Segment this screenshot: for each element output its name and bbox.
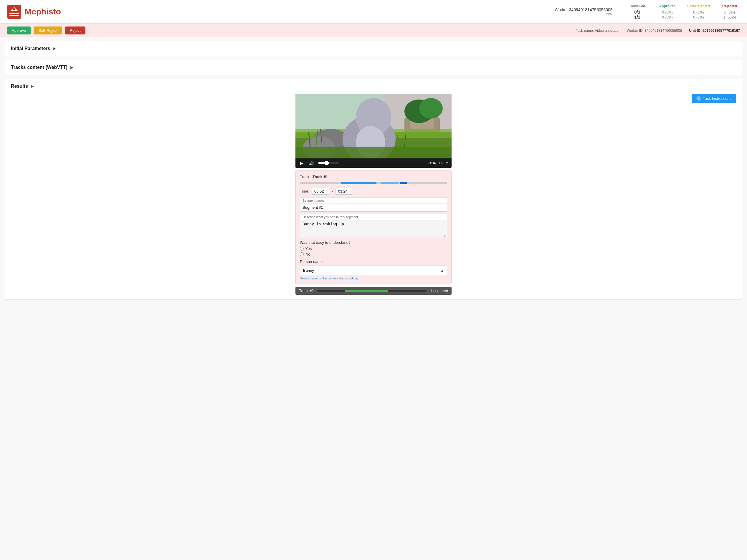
- tracks-content-arrow: ▶: [70, 65, 73, 70]
- reject-button[interactable]: Reject: [65, 27, 85, 34]
- results-content: i Task Instructions: [5, 94, 742, 299]
- video-frame: [295, 94, 452, 158]
- stats-columns: Reviewed 0/1 1/2 Approved 0 (0%) 0 (0%) …: [620, 4, 740, 20]
- logo-area: Mephisto: [7, 5, 61, 19]
- track2-timeline: [317, 290, 427, 292]
- stat-approved: Approved 0 (0%) 0 (0%): [657, 4, 678, 20]
- reviewed-total: 1/2: [627, 15, 648, 20]
- initial-parameters-section: Initial Parameters ▶: [5, 41, 742, 56]
- worker-total: Total: [555, 12, 613, 16]
- info-icon: i: [696, 96, 701, 101]
- speed-button[interactable]: 1×: [439, 161, 443, 165]
- initial-parameters-title: Initial Parameters: [11, 46, 50, 51]
- track1-header: Track: Track #1: [300, 175, 447, 179]
- easy-to-understand-group: Was that easy to understand? Yes No: [300, 240, 447, 257]
- rejected-label: Rejected: [719, 4, 740, 8]
- segment-name-input[interactable]: [300, 203, 447, 212]
- person-name-label: Person name: [300, 259, 447, 264]
- rejected-value: 0 (0%): [719, 9, 740, 15]
- stat-soft-rejected: Soft-Rejected 0 (0%) 0 (0%): [687, 4, 710, 20]
- svg-point-9: [419, 98, 443, 119]
- time-range: Time: -: [300, 188, 447, 195]
- soft-rejected-total: 0 (0%): [687, 15, 710, 20]
- soft-rejected-value: 0 (0%): [687, 9, 710, 15]
- person-name-group: Person name Bunny ▲ Select name of the p…: [300, 259, 447, 280]
- no-option: No: [300, 252, 447, 257]
- video-controls: ▶ 🔊 -9:04 1× ≡: [295, 158, 452, 168]
- mephisto-logo-icon: [7, 5, 21, 19]
- worker-stats: Worker 3409491814756055005 Total Reviewe…: [555, 4, 740, 20]
- reviewed-label: Reviewed: [627, 4, 648, 8]
- video-scene-svg: [295, 94, 452, 158]
- svg-rect-1: [9, 13, 19, 14]
- tracks-content-header[interactable]: Tracks content (WebVTT) ▶: [5, 60, 742, 75]
- svg-rect-2: [9, 15, 19, 16]
- menu-button[interactable]: ≡: [446, 161, 448, 165]
- soft-rejected-label: Soft-Rejected: [687, 4, 710, 8]
- worker-id-display: Worker 3409491814756055005: [555, 7, 613, 12]
- yes-option: Yes: [300, 246, 447, 251]
- timeline-segment2: [381, 182, 398, 184]
- select-hint: Select name of the person who is talking: [300, 276, 447, 280]
- task-instructions-button[interactable]: i Task Instructions: [692, 94, 736, 103]
- yes-label: Yes: [306, 246, 312, 251]
- results-section: Results ▶ i Task Instructions: [5, 79, 742, 300]
- tracks-content-section: Tracks content (WebVTT) ▶: [5, 60, 742, 75]
- track1-section: Track: Track #1 Time: -: [295, 170, 452, 285]
- logo-text: Mephisto: [25, 7, 61, 17]
- time-label: Time:: [300, 189, 309, 193]
- track2-bar: Track #2 1 segment: [295, 287, 452, 295]
- results-arrow: ▶: [31, 84, 33, 88]
- time-from-input[interactable]: [312, 188, 329, 195]
- segment-name-label: Segment name: [300, 197, 447, 203]
- worker-info: Worker 3409491814756055005 Total: [555, 7, 620, 16]
- track2-segment-count: 1 segment: [430, 289, 448, 293]
- svg-rect-0: [7, 5, 21, 19]
- results-header[interactable]: Results ▶: [5, 79, 742, 94]
- header: Mephisto Worker 3409491814756055005 Tota…: [0, 0, 747, 24]
- person-name-select-wrapper: Bunny ▲: [300, 266, 447, 275]
- volume-slider[interactable]: [318, 161, 338, 165]
- action-bar: Approve Soft-Reject Reject Task name: Vi…: [0, 24, 747, 37]
- person-name-select[interactable]: Bunny: [300, 266, 447, 275]
- describe-textarea[interactable]: Bunny is waking up: [300, 220, 447, 237]
- results-title: Results: [11, 84, 28, 89]
- video-and-track-wrapper: i Task Instructions: [11, 94, 736, 295]
- approved-value: 0 (0%): [657, 9, 678, 15]
- svg-point-3: [13, 8, 15, 10]
- reviewed-value: 0/1: [627, 9, 648, 15]
- initial-parameters-header[interactable]: Initial Parameters ▶: [5, 41, 742, 56]
- approve-button[interactable]: Approve: [7, 27, 31, 34]
- mute-button[interactable]: 🔊: [308, 160, 315, 166]
- easy-to-understand-label: Was that easy to understand?: [300, 240, 447, 245]
- soft-reject-button[interactable]: Soft-Reject: [33, 27, 62, 34]
- yes-radio[interactable]: [300, 247, 304, 250]
- no-label: No: [306, 252, 310, 257]
- describe-group: Describe what you see in this segment Bu…: [300, 214, 447, 237]
- tracks-content-title: Tracks content (WebVTT): [11, 65, 68, 70]
- svg-rect-18: [295, 146, 452, 158]
- segment-name-group: Segment name: [300, 197, 447, 212]
- describe-label: Describe what you see in this segment: [300, 214, 447, 220]
- track2-name: Track #2: [299, 289, 314, 293]
- rejected-total: 1 (50%): [719, 15, 740, 20]
- timeline-marker: [400, 182, 407, 184]
- task-instructions-wrapper: i Task Instructions: [692, 94, 736, 103]
- timeline-segment1: [341, 182, 377, 184]
- worker-id-meta: Worker ID: 3409491814756055005: [627, 29, 682, 33]
- track1-timeline: [300, 182, 447, 184]
- time-separator: -: [332, 189, 333, 193]
- track1-name: Track #1: [312, 175, 328, 179]
- play-button[interactable]: ▶: [299, 160, 305, 166]
- approved-total: 0 (0%): [657, 15, 678, 20]
- stat-reviewed: Reviewed 0/1 1/2: [627, 4, 648, 20]
- timeline-bar: [300, 182, 447, 184]
- task-name-meta: Task name: Video annotator: [576, 29, 620, 33]
- video-player: ▶ 🔊 -9:04 1× ≡: [295, 94, 452, 168]
- initial-parameters-arrow: ▶: [53, 47, 56, 51]
- approved-label: Approved: [657, 4, 678, 8]
- time-to-input[interactable]: [335, 188, 353, 195]
- track2-segment: [345, 290, 388, 292]
- unit-id-meta: Unit ID: 2019991365777019167: [689, 29, 740, 33]
- no-radio[interactable]: [300, 252, 304, 256]
